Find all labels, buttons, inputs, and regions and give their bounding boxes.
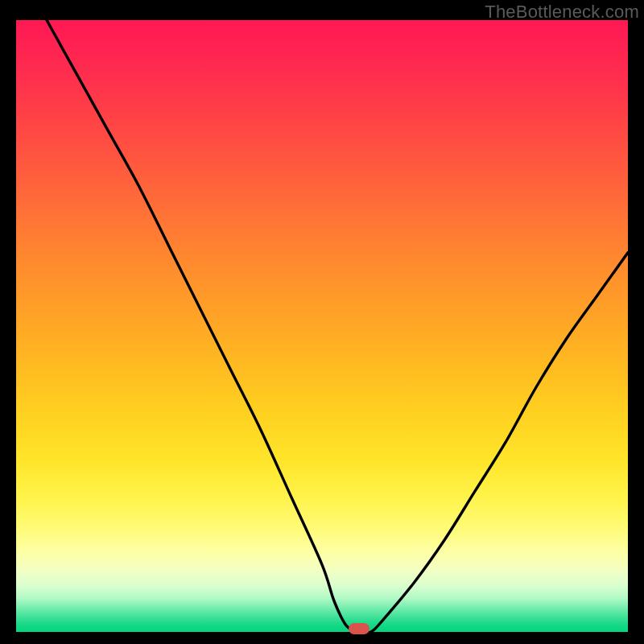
- plot-area: [16, 20, 628, 632]
- bottleneck-curve: [16, 20, 628, 632]
- optimal-point-marker: [349, 623, 369, 634]
- curve-path: [47, 20, 628, 632]
- watermark-text: TheBottleneck.com: [485, 2, 639, 23]
- chart-frame: [16, 20, 628, 632]
